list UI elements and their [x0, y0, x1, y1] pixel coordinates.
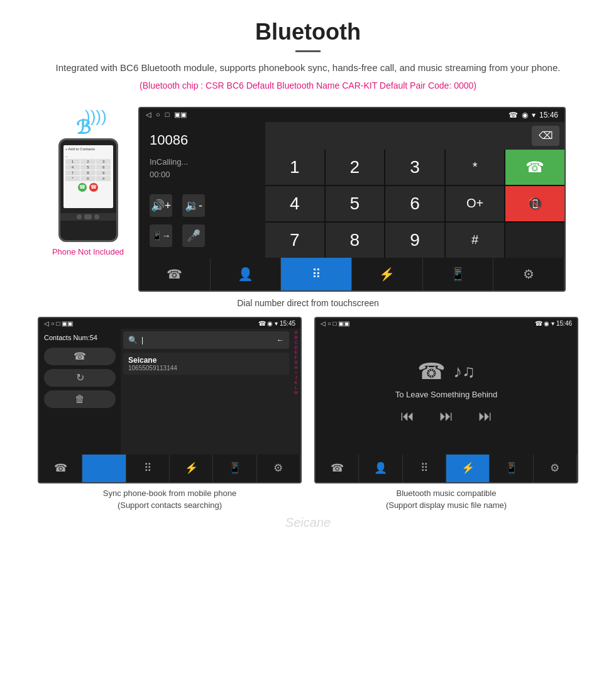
contacts-statusbar-left: ◁ ○ □ ▣▣ — [44, 320, 73, 327]
key-7[interactable]: 7 — [265, 223, 324, 258]
music-toolbar-transfer[interactable]: 📱 — [490, 455, 533, 482]
key-2[interactable]: 2 — [326, 150, 385, 185]
wifi-icon: ▾ — [532, 111, 536, 119]
music-statusbar-right: ☎ ◉ ▾ 15:46 — [535, 320, 572, 327]
volume-up-button[interactable]: 🔊+ — [150, 194, 172, 217]
toolbar-settings[interactable]: ⚙ — [493, 258, 564, 290]
toolbar-contacts[interactable]: 👤 — [211, 258, 282, 290]
music-icon-area: ☎ ♪♫ — [417, 358, 475, 385]
call-contact-button[interactable]: ☎ — [44, 348, 116, 365]
notification-icons: ▣▣ — [174, 111, 187, 119]
music-toolbar-contacts[interactable]: 👤 — [359, 455, 402, 482]
music-toolbar-settings[interactable]: ⚙ — [534, 455, 577, 482]
phone-screen-content: + Add to Contacts _ 123 456 789 *0# ☎ ☎ — [63, 145, 113, 208]
music-toolbar-bluetooth[interactable]: ⚡ — [446, 455, 490, 482]
prev-track-button[interactable]: ⏮ — [400, 408, 414, 424]
contacts-body: Contacts Num:54 ☎ ↻ 🗑 🔍 | ← Seicane 1065… — [39, 329, 300, 455]
dial-caption: Dial number direct from touchscreen — [0, 298, 616, 308]
toolbar-transfer[interactable]: 📱 — [423, 258, 494, 290]
call-status-time: 00:00 — [150, 168, 255, 182]
backspace-button[interactable]: ⌫ — [532, 126, 559, 146]
music-controls[interactable]: ⏮ ⏭ ⏭ — [400, 408, 492, 424]
key-5[interactable]: 5 — [326, 186, 385, 221]
play-pause-button[interactable]: ⏭ — [439, 408, 453, 424]
phone-mockup: )))) ℬ + Add to Contacts _ 123 456 789 *… — [50, 107, 126, 292]
phone-status-icon: ☎ — [509, 111, 518, 119]
music-toolbar-keypad[interactable]: ⠿ — [403, 455, 446, 482]
bluetooth-symbol: ℬ — [76, 116, 91, 138]
contacts-toolbar-settings[interactable]: ⚙ — [257, 455, 300, 482]
contacts-toolbar-bluetooth[interactable]: ⚡ — [170, 455, 213, 482]
music-caption: Bluetooth music compatible (Support disp… — [314, 487, 578, 512]
contacts-list: 🔍 | ← Seicane 10655059113144 — [121, 329, 292, 455]
key-6[interactable]: 6 — [385, 186, 444, 221]
toolbar-bluetooth[interactable]: ⚡ — [352, 258, 423, 290]
keypad-area: ⌫ 1 2 3 * ☎ 4 5 6 O+ 📵 7 8 9 # — [265, 122, 564, 258]
contacts-toolbar-keypad[interactable]: ⠿ — [126, 455, 170, 482]
home-icon: ○ — [156, 111, 160, 119]
android-dial-screen: ◁ ○ □ ▣▣ ☎ ◉ ▾ 15:46 10086 InCalling... … — [138, 107, 566, 292]
key-hash[interactable]: # — [446, 223, 505, 258]
header-specs: (Bluetooth chip : CSR BC6 Default Blueto… — [38, 80, 578, 91]
backspace-search-icon: ← — [277, 336, 284, 345]
contacts-search-bar[interactable]: 🔍 | ← — [123, 331, 289, 349]
dial-left-panel: 10086 InCalling... 00:00 🔊+ 🔉- 📱→ 🎤 — [140, 122, 265, 258]
key-empty — [505, 223, 564, 258]
contact-name: Seicane — [128, 356, 284, 365]
music-caption-line1: Bluetooth music compatible — [314, 487, 578, 500]
contacts-toolbar-transfer[interactable]: 📱 — [213, 455, 256, 482]
contacts-statusbar: ◁ ○ □ ▣▣ ☎ ◉ ▾ 15:45 — [39, 318, 300, 329]
search-text: | — [141, 336, 143, 345]
contacts-back-icon: ◁ ○ □ ▣▣ — [44, 320, 73, 327]
contacts-panel: ◁ ○ □ ▣▣ ☎ ◉ ▾ 15:45 Contacts Num:54 ☎ ↻… — [38, 317, 302, 483]
key-9[interactable]: 9 — [385, 223, 444, 258]
contacts-caption-line2: (Support contacts searching) — [38, 499, 302, 512]
bluetooth-signal-icon: )))) ℬ — [72, 107, 104, 138]
music-statusbar-left: ◁ ○ □ ▣▣ — [321, 320, 349, 327]
time-display: 15:46 — [539, 111, 558, 119]
recents-icon: □ — [165, 111, 170, 119]
call-status-line1: InCalling... — [150, 156, 255, 169]
bottom-panels: ◁ ○ □ ▣▣ ☎ ◉ ▾ 15:45 Contacts Num:54 ☎ ↻… — [0, 317, 616, 483]
end-call-button[interactable]: 📵 — [505, 186, 564, 221]
dial-main-area: 10086 InCalling... 00:00 🔊+ 🔉- 📱→ 🎤 ⌫ — [140, 122, 564, 258]
music-toolbar: ☎ 👤 ⠿ ⚡ 📱 ⚙ — [316, 455, 577, 482]
watermark: Seicane — [0, 516, 616, 530]
statusbar-left: ◁ ○ □ ▣▣ — [146, 111, 187, 119]
key-8[interactable]: 8 — [326, 223, 385, 258]
key-o-plus[interactable]: O+ — [446, 186, 505, 221]
extra-controls[interactable]: 📱→ 🎤 — [150, 224, 255, 247]
key-star[interactable]: * — [446, 150, 505, 185]
mute-button[interactable]: 🎤 — [182, 224, 205, 247]
header-description: Integrated with BC6 Bluetooth module, su… — [38, 61, 578, 75]
sync-button[interactable]: ↻ — [44, 369, 116, 387]
volume-controls[interactable]: 🔊+ 🔉- — [150, 194, 255, 217]
contacts-count: Contacts Num:54 — [44, 334, 116, 341]
contacts-toolbar: ☎ 👤 ⠿ ⚡ 📱 ⚙ — [39, 455, 300, 482]
toolbar-keypad[interactable]: ⠿ — [281, 258, 352, 290]
music-caption-line2: (Support display music file name) — [314, 499, 578, 512]
contacts-toolbar-contacts[interactable]: 👤 — [82, 455, 126, 482]
phone-image: + Add to Contacts _ 123 456 789 *0# ☎ ☎ — [58, 138, 118, 242]
call-status: InCalling... 00:00 — [150, 156, 255, 182]
toolbar-calls[interactable]: ☎ — [140, 258, 211, 290]
music-song-title: To Leave Something Behind — [395, 390, 498, 399]
music-toolbar-calls[interactable]: ☎ — [316, 455, 359, 482]
contact-number: 10655059113144 — [128, 365, 284, 372]
key-4[interactable]: 4 — [265, 186, 324, 221]
phone-label: Phone Not Included — [52, 247, 124, 256]
call-button[interactable]: ☎ — [505, 150, 564, 185]
contact-item[interactable]: Seicane 10655059113144 — [123, 353, 289, 375]
key-3[interactable]: 3 — [385, 150, 444, 185]
key-1[interactable]: 1 — [265, 150, 324, 185]
contacts-right-panel: 🔍 | ← Seicane 10655059113144 A B C D — [121, 329, 300, 455]
volume-down-button[interactable]: 🔉- — [182, 194, 205, 217]
contacts-toolbar-calls[interactable]: ☎ — [39, 455, 82, 482]
title-divider — [295, 50, 321, 52]
transfer-button[interactable]: 📱→ — [150, 224, 172, 247]
dial-section: )))) ℬ + Add to Contacts _ 123 456 789 *… — [0, 107, 616, 292]
next-track-button[interactable]: ⏭ — [478, 408, 492, 424]
contacts-caption-line1: Sync phone-book from mobile phone — [38, 487, 302, 500]
delete-button[interactable]: 🗑 — [44, 390, 116, 408]
page-title: Bluetooth — [38, 19, 578, 45]
